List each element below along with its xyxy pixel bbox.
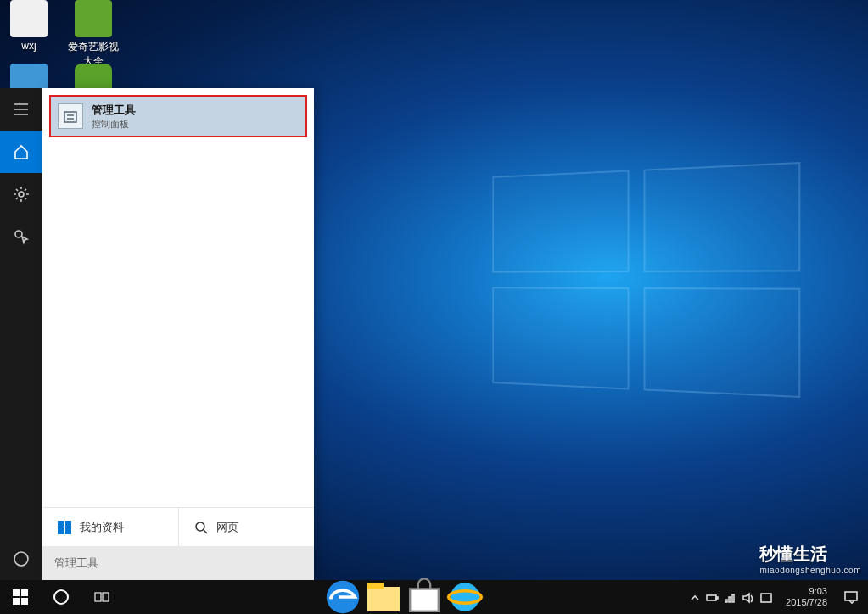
svg-rect-11 [410,589,439,611]
taskbar: 9:03 2015/7/28 [0,580,868,614]
desktop-icon-label: wxj [3,40,54,52]
svg-rect-3 [64,112,76,122]
svg-point-2 [14,552,28,566]
search-input[interactable]: 管理工具 [42,546,314,580]
svg-rect-9 [367,587,400,611]
system-tray [681,591,779,604]
explorer-icon [363,577,404,614]
windows-flag-icon [58,521,71,534]
svg-rect-10 [367,583,384,589]
task-view-button[interactable] [81,580,122,614]
admin-tools-icon [58,103,83,129]
svg-point-4 [196,522,204,531]
hamburger-button[interactable] [0,88,42,131]
taskbar-clock[interactable]: 9:03 2015/7/28 [779,586,834,607]
feedback-button[interactable] [0,215,42,258]
hamburger-icon [13,101,30,118]
start-button[interactable] [0,580,41,614]
ime-icon[interactable] [759,591,772,604]
battery-icon[interactable] [706,591,719,604]
svg-rect-6 [95,593,101,601]
folder-icon [10,0,48,37]
svg-point-5 [54,590,68,604]
tab-web[interactable]: 网页 [178,508,315,546]
home-button[interactable] [0,131,42,173]
tab-my-stuff[interactable]: 我的资料 [42,508,178,546]
cortana-rail-button[interactable] [0,538,42,580]
start-search-panel: 管理工具 控制面板 我的资料 网页 管理工具 [42,88,314,580]
taskview-icon [93,589,110,606]
taskbar-pinned-apps [322,580,485,614]
edge-icon [322,577,363,614]
tab-label: 网页 [216,520,238,535]
svg-point-0 [19,192,24,197]
taskbar-app-store[interactable] [404,580,445,614]
search-result-admin-tools[interactable]: 管理工具 控制面板 [49,95,307,137]
svg-point-12 [451,583,479,611]
cortana-circle-icon [13,550,30,567]
search-results-area [42,137,314,507]
clock-date: 2015/7/28 [786,597,827,608]
ie-icon [445,577,485,614]
watermark: 秒懂生活 miaodongshenghuo.com [759,543,861,575]
start-icon [13,589,28,605]
watermark-url: miaodongshenghuo.com [759,566,861,575]
taskbar-app-explorer[interactable] [363,580,404,614]
search-result-title: 管理工具 [92,103,136,118]
taskbar-app-ie[interactable] [445,580,485,614]
svg-rect-7 [103,593,109,601]
search-result-subtitle: 控制面板 [92,118,136,131]
action-center-button[interactable] [834,580,868,614]
search-query-text: 管理工具 [54,555,98,571]
start-menu-rail [0,88,42,580]
svg-rect-17 [845,592,857,600]
desktop-wallpaper: wxj 爱奇艺影视大全 [0,0,868,614]
search-filter-tabs: 我的资料 网页 [42,507,314,546]
cortana-circle-icon [53,589,70,606]
svg-rect-16 [761,594,771,602]
chevron-up-icon[interactable] [688,591,701,604]
search-icon [194,521,208,534]
home-icon [13,143,30,160]
settings-button[interactable] [0,173,42,215]
taskbar-app-edge[interactable] [322,580,363,614]
clock-time: 9:03 [786,586,827,597]
desktop-icon-wxj[interactable]: wxj [3,0,54,52]
action-center-icon [843,589,859,605]
svg-rect-14 [707,595,716,600]
cortana-button[interactable] [41,580,81,614]
tab-label: 我的资料 [80,520,124,535]
desktop-icon-iqiyi[interactable]: 爱奇艺影视大全 [68,0,119,69]
volume-icon[interactable] [742,591,754,604]
svg-point-1 [15,231,22,237]
network-icon[interactable] [724,591,736,604]
windows-logo-art [492,162,800,398]
watermark-brand: 秒懂生活 [759,544,827,563]
gear-icon [13,186,30,203]
feedback-icon [13,228,30,245]
svg-rect-15 [716,597,718,599]
app-icon [75,0,112,37]
store-icon [404,577,445,614]
